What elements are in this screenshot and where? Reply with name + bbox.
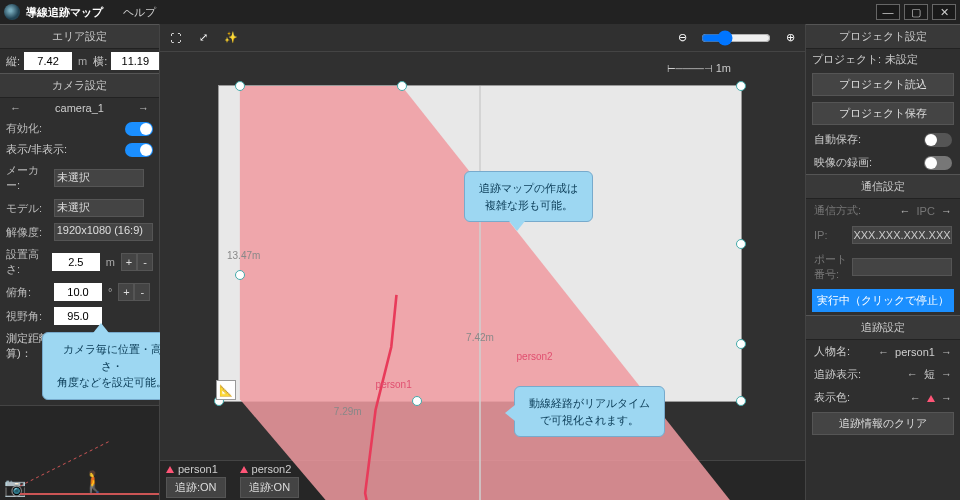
- vertex-handle[interactable]: [412, 396, 422, 406]
- track-clear-button[interactable]: 追跡情報のクリア: [812, 412, 954, 435]
- vertex-handle[interactable]: [736, 239, 746, 249]
- camera-prev-button[interactable]: ←: [10, 102, 21, 114]
- height-input[interactable]: [52, 253, 100, 271]
- floor-area[interactable]: 13.47m 7.42m 7.29m 11.19m person1 person…: [219, 86, 741, 401]
- maker-select[interactable]: 未選択: [54, 169, 144, 187]
- comm-method-prev[interactable]: ←: [899, 205, 910, 217]
- vertex-handle[interactable]: [235, 270, 245, 280]
- window-close-button[interactable]: ✕: [932, 4, 956, 20]
- bubble-track: 動線経路がリアルタイム で可視化されます。: [514, 386, 665, 437]
- port-input[interactable]: [852, 258, 952, 276]
- window-minimize-button[interactable]: —: [876, 4, 900, 20]
- measure-mid: 7.42m: [466, 332, 494, 343]
- camera-enable-toggle[interactable]: [125, 122, 153, 136]
- app-logo-icon: [4, 4, 20, 20]
- bubble-shape-text: 追跡マップの作成は 複雑な形も可能。: [479, 182, 578, 211]
- area-v-unit: m: [78, 55, 87, 67]
- height-unit: m: [106, 256, 115, 268]
- area-v-input[interactable]: [24, 52, 72, 70]
- camera-show-label: 表示/非表示:: [6, 142, 76, 157]
- area-v-label: 縦:: [6, 54, 20, 69]
- ip-input[interactable]: [852, 226, 952, 244]
- fov-label: 視野角:: [6, 309, 50, 324]
- record-toggle[interactable]: [924, 156, 952, 170]
- wand-icon[interactable]: ✨: [222, 29, 240, 47]
- comm-run-button[interactable]: 実行中（クリックで停止）: [812, 289, 954, 312]
- maker-label: メーカー:: [6, 163, 50, 193]
- res-label: 解像度:: [6, 225, 50, 240]
- track-color-next[interactable]: →: [941, 392, 952, 404]
- track-toggle-button[interactable]: 追跡:ON: [166, 477, 226, 498]
- expand-icon[interactable]: ⤢: [194, 29, 212, 47]
- menu-help[interactable]: ヘルプ: [123, 5, 156, 20]
- record-label: 映像の録画:: [814, 155, 872, 170]
- track-path: [219, 86, 741, 500]
- camera-panel-header: カメラ設定: [0, 73, 159, 98]
- person1-label: person1: [376, 379, 412, 390]
- area-h-label: 横:: [93, 54, 107, 69]
- camera-name: camera_1: [55, 102, 104, 114]
- comm-method-next[interactable]: →: [941, 205, 952, 217]
- bubble-shape: 追跡マップの作成は 複雑な形も可能。: [464, 171, 593, 222]
- camera-show-toggle[interactable]: [125, 143, 153, 157]
- track-name-label: 人物名:: [814, 344, 850, 359]
- track-show-prev[interactable]: ←: [907, 368, 918, 380]
- zoom-out-icon[interactable]: ⊖: [673, 29, 691, 47]
- camera-next-button[interactable]: →: [138, 102, 149, 114]
- project-panel-header: プロジェクト設定: [806, 24, 960, 49]
- track-color-swatch: [927, 395, 935, 402]
- model-select[interactable]: 未選択: [54, 199, 144, 217]
- project-load-button[interactable]: プロジェクト読込: [812, 73, 954, 96]
- tilt-down-button[interactable]: -: [134, 283, 150, 301]
- person-tab[interactable]: person1 追跡:ON: [166, 463, 226, 498]
- vertex-handle[interactable]: [736, 81, 746, 91]
- tilt-up-button[interactable]: +: [118, 283, 134, 301]
- track-name-next[interactable]: →: [941, 346, 952, 358]
- port-label: ポート番号:: [814, 252, 852, 282]
- comm-method-value: IPC: [917, 205, 935, 217]
- bubble-camera-text: カメラ毎に位置・高さ・ 角度などを設定可能。: [57, 343, 167, 388]
- tilt-unit: °: [108, 286, 112, 298]
- model-label: モデル:: [6, 201, 50, 216]
- title-bar: 導線追跡マップ ヘルプ — ▢ ✕: [0, 0, 960, 24]
- track-name-value: person1: [895, 346, 935, 358]
- track-color-label: 表示色:: [814, 390, 850, 405]
- track-show-next[interactable]: →: [941, 368, 952, 380]
- vertex-handle[interactable]: [736, 339, 746, 349]
- track-name-prev[interactable]: ←: [878, 346, 889, 358]
- canvas-toolbar: ⛶ ⤢ ✨ ⊖ ⊕: [160, 24, 805, 52]
- vertex-handle[interactable]: [397, 81, 407, 91]
- app-title: 導線追跡マップ: [26, 5, 103, 20]
- ip-label: IP:: [814, 229, 827, 241]
- scale-label: ⊢────⊣ 1m: [667, 62, 731, 74]
- triangle-icon: [166, 466, 174, 473]
- tilt-input[interactable]: [54, 283, 102, 301]
- camera-marker-icon[interactable]: 📐: [216, 380, 236, 400]
- area-h-input[interactable]: [111, 52, 159, 70]
- bubble-track-text: 動線経路がリアルタイム で可視化されます。: [529, 397, 650, 426]
- track-show-value: 短: [924, 368, 935, 380]
- track-color-prev[interactable]: ←: [910, 392, 921, 404]
- measure-bottom-left: 7.29m: [334, 406, 362, 417]
- zoom-in-icon[interactable]: ⊕: [781, 29, 799, 47]
- vertex-handle[interactable]: [736, 396, 746, 406]
- person2-label: person2: [517, 351, 553, 362]
- tracking-panel-header: 追跡設定: [806, 315, 960, 340]
- map-canvas[interactable]: ⊢────⊣ 1m: [164, 56, 801, 456]
- project-save-button[interactable]: プロジェクト保存: [812, 102, 954, 125]
- autosave-toggle[interactable]: [924, 133, 952, 147]
- comm-method-label: 通信方式:: [814, 203, 861, 218]
- zoom-slider[interactable]: [701, 30, 771, 46]
- height-down-button[interactable]: -: [137, 253, 153, 271]
- fit-icon[interactable]: ⛶: [166, 29, 184, 47]
- height-up-button[interactable]: +: [121, 253, 137, 271]
- track-show-label: 追跡表示:: [814, 367, 861, 382]
- area-panel-header: エリア設定: [0, 24, 159, 49]
- height-label: 設置高さ:: [6, 247, 48, 277]
- camera-enable-label: 有効化:: [6, 121, 50, 136]
- vertex-handle[interactable]: [235, 81, 245, 91]
- project-label: プロジェクト:: [812, 52, 881, 67]
- res-select[interactable]: 1920x1080 (16:9): [54, 223, 153, 241]
- project-value: 未設定: [885, 52, 918, 67]
- window-maximize-button[interactable]: ▢: [904, 4, 928, 20]
